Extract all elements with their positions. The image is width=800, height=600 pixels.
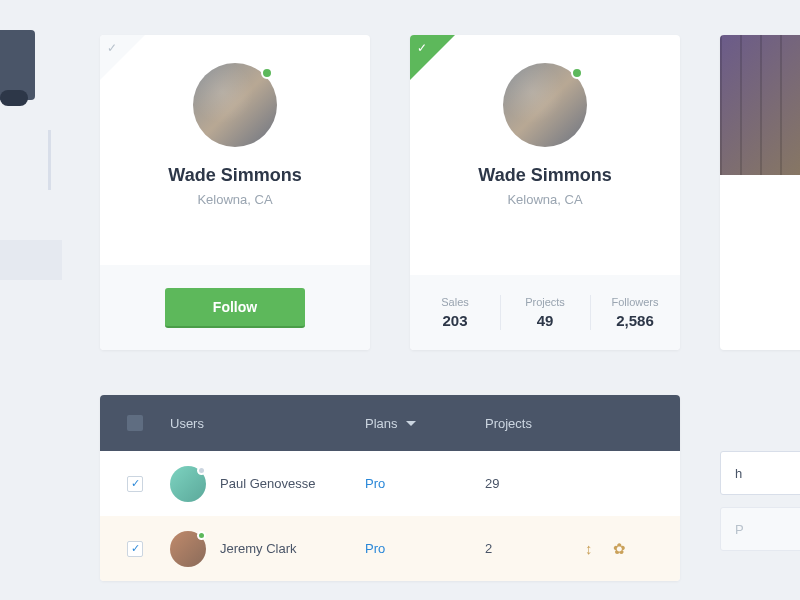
sidebar-fragment [0, 30, 35, 100]
header-projects[interactable]: Projects [485, 416, 605, 431]
chevron-down-icon [406, 421, 416, 426]
stat-projects[interactable]: Projects 49 [500, 275, 590, 350]
text-input[interactable]: h [720, 451, 800, 495]
table-header: Users Plans Projects [100, 395, 680, 451]
check-icon: ✓ [417, 41, 427, 55]
avatar [170, 466, 206, 502]
profile-name-fragment: W [720, 227, 800, 248]
stat-sales[interactable]: Sales 203 [410, 275, 500, 350]
row-checkbox[interactable]: ✓ [127, 476, 143, 492]
sidebar-divider [48, 130, 51, 190]
sort-icon[interactable]: ↕ [585, 540, 593, 558]
header-checkbox[interactable] [100, 415, 170, 431]
profile-card-stats: ✓ Wade Simmons Kelowna, CA Sales 203 Pro… [410, 35, 680, 350]
presence-dot [571, 67, 583, 79]
row-checkbox[interactable]: ✓ [127, 541, 143, 557]
user-projects: 29 [485, 476, 585, 491]
presence-dot [261, 67, 273, 79]
check-icon: ✓ [107, 41, 117, 55]
text-input-placeholder[interactable]: P [720, 507, 800, 551]
profile-card-follow: ✓ Wade Simmons Kelowna, CA Follow [100, 35, 370, 350]
presence-dot [197, 531, 206, 540]
profile-location: Kelowna, CA [410, 192, 680, 207]
presence-dot [197, 466, 206, 475]
stat-followers[interactable]: Followers 2,586 [590, 275, 680, 350]
gear-icon[interactable]: ✿ [613, 540, 626, 558]
stat-value: 49 [537, 312, 554, 329]
table-row[interactable]: ✓ Jeremy Clark Pro 2 ↕ ✿ [100, 516, 680, 581]
sidebar-pill [0, 90, 28, 106]
user-plan[interactable]: Pro [365, 541, 485, 556]
header-users[interactable]: Users [170, 416, 365, 431]
stat-label: Followers [611, 296, 658, 308]
cover-image [720, 35, 800, 175]
stat-label: Sales [441, 296, 469, 308]
profile-location: Kelowna, CA [100, 192, 370, 207]
user-projects: 2 [485, 541, 585, 556]
table-row[interactable]: ✓ Paul Genovesse Pro 29 [100, 451, 680, 516]
stat-value: 203 [442, 312, 467, 329]
form-fragment: h P [720, 395, 800, 551]
header-plans[interactable]: Plans [365, 416, 485, 431]
users-table: Users Plans Projects ✓ Paul Genovesse Pr… [100, 395, 680, 581]
profile-card-cover: W [720, 35, 800, 350]
profile-name: Wade Simmons [100, 165, 370, 186]
sidebar-item-fragment [0, 240, 62, 280]
user-plan[interactable]: Pro [365, 476, 485, 491]
stat-label: Projects [525, 296, 565, 308]
avatar [170, 531, 206, 567]
user-name: Jeremy Clark [220, 541, 297, 556]
user-name: Paul Genovesse [220, 476, 315, 491]
stat-value: 2,586 [616, 312, 654, 329]
follow-button[interactable]: Follow [165, 288, 305, 328]
header-plans-label: Plans [365, 416, 398, 431]
profile-name: Wade Simmons [410, 165, 680, 186]
